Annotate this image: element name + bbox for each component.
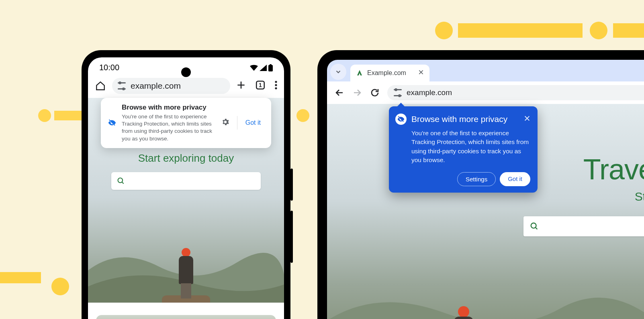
eye-off-icon	[395, 114, 407, 125]
settings-button[interactable]: Settings	[457, 172, 496, 186]
phone-side-button	[290, 211, 293, 263]
tune-icon	[394, 89, 402, 96]
page-heading: Start exploring today	[88, 152, 284, 165]
desktop-screen: Example.com example.com	[327, 60, 644, 319]
page-bottom-strip	[88, 303, 284, 319]
svg-line-16	[536, 228, 538, 230]
desktop-page-content: Travel Start Browse with more privacy Yo…	[327, 104, 644, 319]
tab-title: Example.com	[367, 69, 406, 77]
bg-dash	[0, 272, 41, 283]
tab-search-icon[interactable]	[330, 64, 346, 80]
tune-icon	[118, 82, 126, 89]
favicon-icon	[356, 69, 363, 77]
svg-point-8	[275, 87, 277, 89]
close-icon[interactable]	[524, 115, 530, 123]
svg-point-7	[275, 84, 277, 86]
phone-frame: 10:00 example.com 1	[82, 50, 290, 319]
bg-dash	[458, 23, 583, 38]
bg-dot	[38, 109, 51, 122]
bg-dot	[435, 22, 453, 39]
desktop-toolbar: example.com	[327, 81, 644, 104]
got-it-button[interactable]: Got it	[241, 119, 266, 126]
person-illustration	[454, 306, 473, 319]
svg-rect-1	[270, 64, 272, 65]
svg-point-9	[118, 178, 123, 183]
overflow-menu-icon[interactable]	[274, 80, 278, 91]
tab-strip: Example.com	[327, 60, 644, 81]
divider	[237, 116, 237, 130]
svg-point-15	[531, 223, 536, 228]
phone-screen: 10:00 example.com 1	[88, 57, 284, 319]
tracking-protection-popup: Browse with more privacy You're one of t…	[101, 98, 271, 148]
wifi-icon	[250, 65, 258, 71]
tab-switcher-icon[interactable]: 1	[255, 80, 266, 92]
url-text: example.com	[131, 81, 181, 91]
status-time: 10:00	[99, 63, 119, 72]
back-icon[interactable]	[334, 88, 345, 98]
bg-dash	[54, 111, 82, 120]
battery-icon	[268, 64, 273, 71]
phone-toolbar: example.com 1	[88, 75, 284, 98]
bg-dot	[51, 278, 69, 295]
forward-icon[interactable]	[352, 88, 362, 98]
popup-body: You're one of the first to experience Tr…	[395, 129, 530, 165]
bg-dash	[613, 23, 644, 38]
page-search-input[interactable]	[111, 172, 261, 190]
got-it-button[interactable]: Got it	[500, 172, 530, 186]
omnibox[interactable]: example.com	[387, 85, 644, 100]
bg-dot	[590, 22, 607, 39]
close-tab-icon[interactable]	[418, 69, 424, 77]
phone-page-content: Start exploring today Browse with more p…	[88, 98, 284, 319]
phone-side-button	[290, 169, 293, 201]
page-subheading: Start	[635, 190, 644, 203]
camera-hole	[181, 67, 191, 77]
bg-dot	[296, 109, 309, 122]
page-search-input[interactable]	[523, 216, 644, 236]
signal-icon	[260, 65, 267, 71]
svg-rect-0	[268, 65, 273, 71]
person-illustration	[179, 248, 193, 299]
page-heading: Travel	[583, 153, 644, 186]
reload-icon[interactable]	[370, 88, 380, 98]
svg-text:1: 1	[259, 82, 262, 88]
omnibox[interactable]: example.com	[112, 78, 230, 94]
new-tab-icon[interactable]	[236, 80, 246, 92]
popup-body: You're one of the first to experience Tr…	[122, 113, 214, 142]
desktop-frame: Example.com example.com	[317, 50, 644, 319]
browser-tab[interactable]: Example.com	[350, 65, 429, 81]
tracking-protection-popup: Browse with more privacy You're one of t…	[389, 106, 538, 193]
popup-title: Browse with more privacy	[411, 114, 519, 124]
svg-point-6	[275, 81, 277, 83]
url-text: example.com	[407, 88, 452, 97]
svg-line-10	[122, 182, 124, 184]
home-icon[interactable]	[94, 81, 106, 91]
eye-off-icon	[106, 118, 119, 127]
popup-title: Browse with more privacy	[122, 104, 214, 112]
settings-icon[interactable]	[217, 118, 234, 128]
